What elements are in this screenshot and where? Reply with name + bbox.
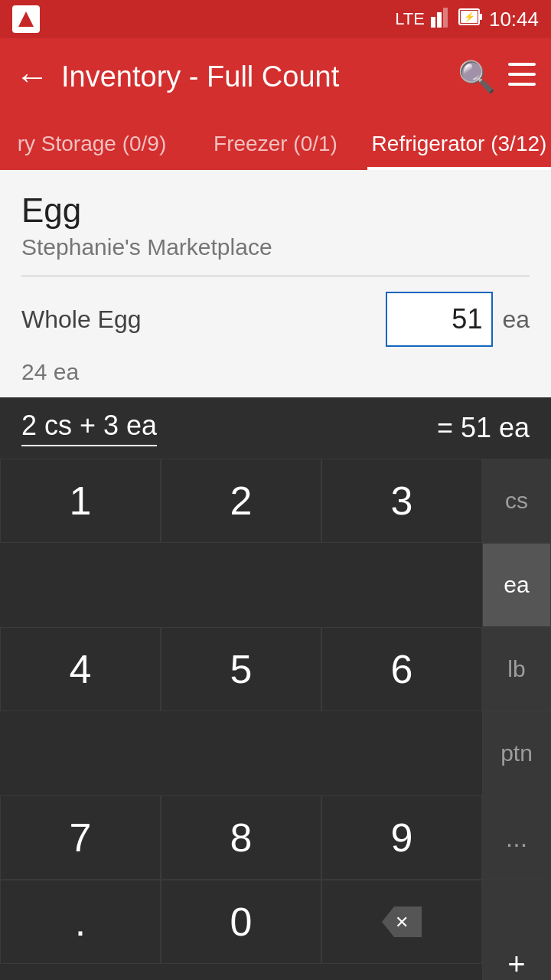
- key-cs[interactable]: cs: [482, 459, 551, 543]
- key-ea[interactable]: ea: [482, 543, 551, 627]
- key-4[interactable]: 4: [0, 627, 161, 711]
- status-logo: [12, 5, 40, 33]
- svg-text:✕: ✕: [395, 913, 409, 932]
- key-8[interactable]: 8: [161, 795, 321, 880]
- page-title: Inventory - Full Count: [61, 60, 445, 93]
- item-name: Egg: [21, 191, 530, 230]
- search-button[interactable]: 🔍: [458, 59, 496, 95]
- item-note: 24 ea: [21, 359, 530, 385]
- menu-button[interactable]: [508, 60, 536, 93]
- key-plus[interactable]: +: [482, 880, 551, 980]
- item-unit: ea: [502, 305, 530, 334]
- battery-icon: ⚡: [458, 6, 483, 32]
- item-variant: Whole Egg: [21, 305, 142, 334]
- tab-bar: ry Storage (0/9) Freezer (0/1) Refrigera…: [0, 115, 551, 170]
- calc-result: = 51 ea: [437, 412, 530, 444]
- signal-icon: LTE: [395, 9, 425, 29]
- key-6[interactable]: 6: [321, 627, 482, 711]
- content-area: Egg Stephanie's Marketplace Whole Egg ea…: [0, 170, 551, 397]
- calc-expression: 2 cs + 3 ea: [21, 410, 157, 446]
- key-ptn[interactable]: ptn: [482, 711, 551, 795]
- side-col-2: lb ptn: [482, 627, 551, 795]
- keypad-row-4: . 0 ✕ +: [0, 880, 551, 980]
- item-row: Whole Egg ea: [21, 292, 530, 347]
- signal-bars: [431, 6, 452, 32]
- item-input-group: ea: [386, 292, 530, 347]
- status-bar: LTE ⚡ 10:44: [0, 0, 551, 38]
- key-backspace[interactable]: ✕: [321, 880, 482, 964]
- key-2[interactable]: 2: [161, 459, 321, 543]
- app-bar: ← Inventory - Full Count 🔍: [0, 38, 551, 115]
- svg-rect-8: [508, 73, 536, 76]
- tab-dry-storage[interactable]: ry Storage (0/9): [0, 124, 184, 170]
- status-indicators: LTE ⚡ 10:44: [395, 6, 539, 32]
- svg-text:⚡: ⚡: [463, 11, 474, 22]
- keypad-row-2: 4 5 6 lb ptn: [0, 627, 551, 795]
- tab-refrigerator[interactable]: Refrigerator (3/12): [367, 124, 551, 170]
- key-5[interactable]: 5: [161, 627, 321, 711]
- quantity-input[interactable]: [386, 292, 493, 347]
- app-logo: [12, 5, 40, 33]
- key-9[interactable]: 9: [321, 795, 482, 880]
- calc-display: 2 cs + 3 ea = 51 ea: [0, 397, 551, 459]
- key-0[interactable]: 0: [161, 880, 321, 964]
- keypad-row-1: 1 2 3 cs ea: [0, 459, 551, 627]
- divider: [21, 276, 530, 276]
- key-7[interactable]: 7: [0, 795, 161, 880]
- keypad: 1 2 3 cs ea 4 5 6 lb ptn 7 8 9 ... . 0 ✕: [0, 459, 551, 980]
- status-time: 10:44: [489, 8, 539, 31]
- key-3[interactable]: 3: [321, 459, 482, 543]
- tab-freezer[interactable]: Freezer (0/1): [184, 124, 367, 170]
- key-dot[interactable]: .: [0, 880, 161, 964]
- key-lb[interactable]: lb: [482, 627, 551, 711]
- svg-rect-1: [437, 12, 442, 28]
- key-more[interactable]: ...: [482, 795, 551, 880]
- svg-rect-4: [479, 14, 482, 20]
- calculator-area: 2 cs + 3 ea = 51 ea: [0, 397, 551, 459]
- svg-rect-9: [508, 83, 536, 86]
- svg-rect-2: [443, 8, 448, 28]
- item-source: Stephanie's Marketplace: [21, 234, 530, 260]
- keypad-row-3: 7 8 9 ...: [0, 795, 551, 880]
- side-col-1: cs ea: [482, 459, 551, 627]
- svg-rect-7: [508, 63, 536, 66]
- svg-rect-0: [431, 17, 435, 28]
- key-1[interactable]: 1: [0, 459, 161, 543]
- back-button[interactable]: ←: [15, 57, 49, 96]
